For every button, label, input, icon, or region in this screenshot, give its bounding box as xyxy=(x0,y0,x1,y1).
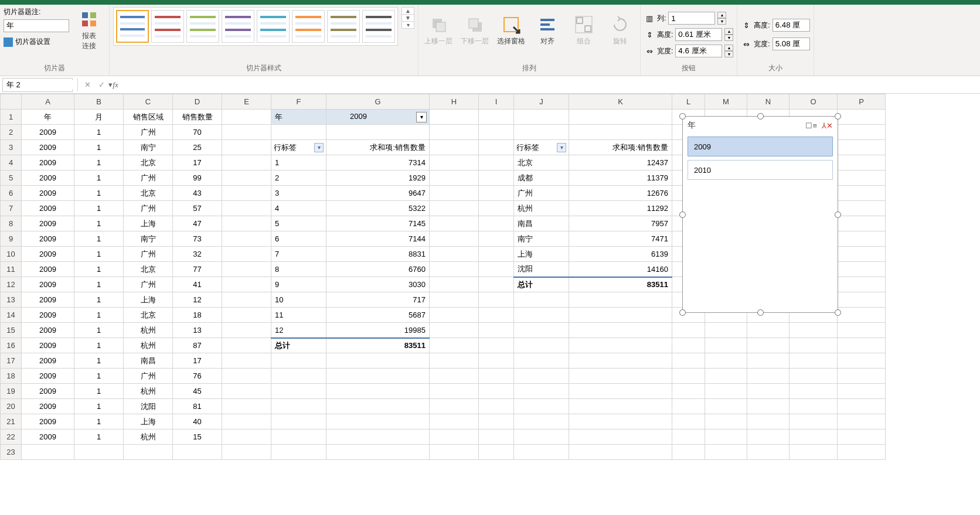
cell[interactable]: 5687 xyxy=(326,308,430,323)
cell[interactable]: 行标签▾ xyxy=(514,140,569,155)
column-header[interactable]: I xyxy=(479,94,514,110)
cell[interactable] xyxy=(326,429,430,445)
cell[interactable] xyxy=(326,125,430,140)
cell[interactable] xyxy=(838,155,886,170)
cell[interactable]: 1929 xyxy=(326,170,430,186)
cell[interactable]: 1 xyxy=(74,414,124,429)
cell[interactable] xyxy=(222,338,271,353)
cell[interactable] xyxy=(705,414,747,429)
cell[interactable] xyxy=(222,125,271,140)
cell[interactable]: 北京 xyxy=(124,186,173,201)
cell[interactable] xyxy=(747,323,790,338)
cell[interactable]: 1 xyxy=(74,308,124,323)
cell[interactable]: 求和项:销售数量 xyxy=(569,140,672,155)
cell[interactable]: 广州 xyxy=(124,170,173,186)
cell[interactable] xyxy=(569,429,672,445)
column-header[interactable]: C xyxy=(124,94,173,110)
column-header[interactable]: B xyxy=(74,94,124,110)
slicer-caption-input[interactable] xyxy=(4,19,69,32)
cell[interactable] xyxy=(271,384,326,399)
cell[interactable] xyxy=(222,414,271,429)
cell[interactable] xyxy=(222,277,271,292)
cell[interactable]: 1 xyxy=(74,170,124,186)
btn-height-spinner[interactable]: ▲▼ xyxy=(724,28,733,41)
cell[interactable] xyxy=(672,323,705,338)
cell[interactable] xyxy=(430,399,479,414)
cell[interactable] xyxy=(514,353,569,369)
cell[interactable]: 杭州 xyxy=(124,384,173,399)
cell[interactable]: 2009 xyxy=(22,262,74,277)
slicer-style-thumb[interactable] xyxy=(222,10,254,43)
cell[interactable] xyxy=(22,445,74,460)
cell[interactable]: 北京 xyxy=(514,155,569,170)
cell[interactable] xyxy=(705,445,747,460)
cell[interactable] xyxy=(479,338,514,353)
row-header[interactable]: 22 xyxy=(1,429,22,445)
cell[interactable]: 2009 xyxy=(22,323,74,338)
cell[interactable] xyxy=(222,429,271,445)
cell[interactable]: 47 xyxy=(173,216,222,231)
cell[interactable] xyxy=(514,429,569,445)
cell[interactable] xyxy=(838,292,886,308)
column-header[interactable]: A xyxy=(22,94,74,110)
cell[interactable] xyxy=(124,445,173,460)
cell[interactable] xyxy=(705,369,747,384)
column-header[interactable]: G xyxy=(326,94,430,110)
cell[interactable]: 月 xyxy=(74,110,124,125)
cell[interactable] xyxy=(514,292,569,308)
cell[interactable] xyxy=(222,216,271,231)
cell[interactable]: 87 xyxy=(173,338,222,353)
cell[interactable] xyxy=(430,414,479,429)
cell[interactable]: 40 xyxy=(173,414,222,429)
cell[interactable]: 2009 xyxy=(22,384,74,399)
cell[interactable] xyxy=(838,125,886,140)
cell[interactable] xyxy=(569,338,672,353)
cell[interactable] xyxy=(705,323,747,338)
cell[interactable]: 南昌 xyxy=(514,216,569,231)
cell[interactable] xyxy=(838,277,886,292)
cell[interactable] xyxy=(430,110,479,125)
row-header[interactable]: 20 xyxy=(1,399,22,414)
cell[interactable] xyxy=(479,429,514,445)
cell[interactable]: 2009 xyxy=(22,414,74,429)
cell[interactable] xyxy=(514,308,569,323)
cell[interactable] xyxy=(705,399,747,414)
cell[interactable] xyxy=(479,110,514,125)
cell[interactable]: 2009 xyxy=(22,125,74,140)
cell[interactable] xyxy=(479,155,514,170)
cell[interactable] xyxy=(271,445,326,460)
cell[interactable] xyxy=(479,308,514,323)
cell[interactable] xyxy=(479,353,514,369)
pivot-row-dropdown-icon[interactable]: ▾ xyxy=(557,143,566,152)
cell[interactable] xyxy=(430,262,479,277)
slicer-year[interactable]: 年 ☐≡ ⅄✕ 20092010 xyxy=(682,116,838,313)
row-header[interactable]: 17 xyxy=(1,353,22,369)
cell[interactable] xyxy=(705,353,747,369)
cell[interactable]: 杭州 xyxy=(514,201,569,216)
cell[interactable]: 2009 xyxy=(22,186,74,201)
cell[interactable] xyxy=(222,247,271,262)
cell[interactable]: 32 xyxy=(173,247,222,262)
cell[interactable]: 12 xyxy=(271,323,326,338)
cell[interactable]: 7314 xyxy=(326,155,430,170)
cell[interactable] xyxy=(569,110,672,125)
cell[interactable] xyxy=(479,216,514,231)
cell[interactable]: 广州 xyxy=(124,247,173,262)
column-header[interactable]: J xyxy=(514,94,569,110)
cell[interactable] xyxy=(479,323,514,338)
cell[interactable] xyxy=(430,247,479,262)
cell[interactable]: 2009 xyxy=(22,429,74,445)
filter-dropdown-icon[interactable]: ▾ xyxy=(416,112,427,122)
cell[interactable] xyxy=(514,369,569,384)
row-header[interactable]: 5 xyxy=(1,170,22,186)
send-backward-button[interactable]: 下移一层 xyxy=(458,7,491,54)
cell[interactable] xyxy=(838,110,886,125)
size-width-input[interactable] xyxy=(773,37,810,50)
cell[interactable] xyxy=(430,170,479,186)
cell[interactable] xyxy=(790,323,838,338)
cell[interactable] xyxy=(222,384,271,399)
cell[interactable] xyxy=(790,384,838,399)
cell[interactable] xyxy=(222,308,271,323)
cell[interactable]: 7 xyxy=(271,247,326,262)
gallery-down-button[interactable]: ▼ xyxy=(402,14,414,21)
